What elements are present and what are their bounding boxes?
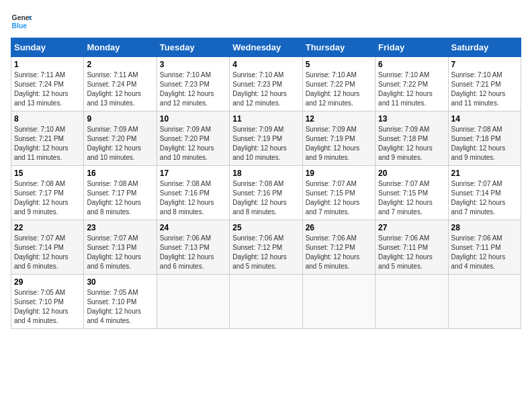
sunrise-label: Sunrise: 7:06 AM bbox=[451, 234, 502, 242]
day-info: Sunrise: 7:06 AM Sunset: 7:11 PM Dayligh… bbox=[378, 234, 445, 271]
calendar-cell: 22 Sunrise: 7:07 AM Sunset: 7:14 PM Dayl… bbox=[11, 220, 84, 275]
sunrise-label: Sunrise: 7:10 AM bbox=[451, 71, 502, 79]
daylight-label: Daylight: 12 hours and 11 minutes. bbox=[14, 144, 69, 161]
day-info: Sunrise: 7:09 AM Sunset: 7:19 PM Dayligh… bbox=[232, 125, 299, 163]
day-info: Sunrise: 7:06 AM Sunset: 7:13 PM Dayligh… bbox=[160, 234, 226, 271]
day-number: 14 bbox=[451, 114, 518, 124]
daylight-label: Daylight: 12 hours and 5 minutes. bbox=[306, 253, 360, 270]
sunrise-label: Sunrise: 7:08 AM bbox=[232, 180, 283, 187]
sunrise-label: Sunrise: 7:07 AM bbox=[451, 180, 502, 187]
day-info: Sunrise: 7:08 AM Sunset: 7:16 PM Dayligh… bbox=[232, 179, 299, 217]
day-info: Sunrise: 7:06 AM Sunset: 7:11 PM Dayligh… bbox=[451, 234, 518, 271]
sunset-label: Sunset: 7:17 PM bbox=[14, 189, 64, 197]
calendar-cell: 1 Sunrise: 7:11 AM Sunset: 7:24 PM Dayli… bbox=[11, 57, 84, 111]
calendar-cell: 7 Sunrise: 7:10 AM Sunset: 7:21 PM Dayli… bbox=[448, 57, 521, 111]
daylight-label: Daylight: 12 hours and 10 minutes. bbox=[160, 144, 214, 161]
sunrise-label: Sunrise: 7:11 AM bbox=[87, 71, 138, 79]
sunset-label: Sunset: 7:18 PM bbox=[378, 135, 428, 142]
calendar-cell: 25 Sunrise: 7:06 AM Sunset: 7:12 PM Dayl… bbox=[230, 220, 302, 275]
day-info: Sunrise: 7:06 AM Sunset: 7:12 PM Dayligh… bbox=[232, 234, 299, 271]
day-number: 23 bbox=[87, 223, 153, 232]
calendar-cell bbox=[157, 275, 229, 329]
day-info: Sunrise: 7:07 AM Sunset: 7:15 PM Dayligh… bbox=[378, 179, 445, 217]
day-info: Sunrise: 7:06 AM Sunset: 7:12 PM Dayligh… bbox=[306, 234, 372, 271]
day-info: Sunrise: 7:10 AM Sunset: 7:21 PM Dayligh… bbox=[14, 125, 81, 163]
sunset-label: Sunset: 7:19 PM bbox=[306, 135, 355, 142]
sunrise-label: Sunrise: 7:09 AM bbox=[87, 126, 138, 133]
sunrise-label: Sunrise: 7:06 AM bbox=[232, 234, 283, 242]
day-info: Sunrise: 7:09 AM Sunset: 7:19 PM Dayligh… bbox=[306, 125, 372, 163]
sunset-label: Sunset: 7:12 PM bbox=[232, 244, 282, 251]
calendar-table: SundayMondayTuesdayWednesdayThursdayFrid… bbox=[11, 38, 521, 329]
day-info: Sunrise: 7:09 AM Sunset: 7:20 PM Dayligh… bbox=[160, 125, 226, 163]
day-number: 5 bbox=[306, 60, 372, 69]
calendar-cell: 9 Sunrise: 7:09 AM Sunset: 7:20 PM Dayli… bbox=[84, 111, 157, 166]
day-number: 28 bbox=[451, 223, 518, 232]
day-number: 30 bbox=[87, 277, 153, 287]
sunset-label: Sunset: 7:19 PM bbox=[232, 135, 282, 142]
sunrise-label: Sunrise: 7:09 AM bbox=[306, 126, 357, 133]
day-info: Sunrise: 7:08 AM Sunset: 7:18 PM Dayligh… bbox=[451, 125, 518, 163]
daylight-label: Daylight: 12 hours and 13 minutes. bbox=[87, 90, 141, 107]
daylight-label: Daylight: 12 hours and 6 minutes. bbox=[160, 253, 214, 270]
day-info: Sunrise: 7:10 AM Sunset: 7:21 PM Dayligh… bbox=[451, 71, 518, 108]
calendar-cell: 16 Sunrise: 7:08 AM Sunset: 7:17 PM Dayl… bbox=[84, 166, 157, 220]
sunrise-label: Sunrise: 7:10 AM bbox=[232, 71, 283, 79]
sunrise-label: Sunrise: 7:06 AM bbox=[378, 234, 429, 242]
daylight-label: Daylight: 12 hours and 10 minutes. bbox=[87, 144, 141, 161]
day-number: 15 bbox=[14, 169, 81, 178]
day-number: 12 bbox=[306, 114, 372, 124]
sunset-label: Sunset: 7:18 PM bbox=[451, 135, 501, 142]
day-number: 21 bbox=[451, 169, 518, 178]
sunset-label: Sunset: 7:20 PM bbox=[160, 135, 210, 142]
daylight-label: Daylight: 12 hours and 8 minutes. bbox=[232, 199, 287, 216]
calendar-cell bbox=[375, 275, 448, 329]
day-number: 9 bbox=[87, 114, 153, 124]
calendar-cell: 29 Sunrise: 7:05 AM Sunset: 7:10 PM Dayl… bbox=[11, 275, 84, 329]
day-info: Sunrise: 7:05 AM Sunset: 7:10 PM Dayligh… bbox=[14, 288, 81, 326]
daylight-label: Daylight: 12 hours and 12 minutes. bbox=[232, 90, 287, 107]
day-number: 4 bbox=[232, 60, 299, 69]
calendar-cell: 6 Sunrise: 7:10 AM Sunset: 7:22 PM Dayli… bbox=[375, 57, 448, 111]
calendar-cell: 23 Sunrise: 7:07 AM Sunset: 7:13 PM Dayl… bbox=[84, 220, 157, 275]
sunrise-label: Sunrise: 7:08 AM bbox=[451, 126, 502, 133]
calendar-cell: 21 Sunrise: 7:07 AM Sunset: 7:14 PM Dayl… bbox=[448, 166, 521, 220]
calendar-cell: 3 Sunrise: 7:10 AM Sunset: 7:23 PM Dayli… bbox=[157, 57, 229, 111]
calendar-week-4: 22 Sunrise: 7:07 AM Sunset: 7:14 PM Dayl… bbox=[11, 220, 521, 275]
daylight-label: Daylight: 12 hours and 6 minutes. bbox=[87, 253, 141, 270]
day-info: Sunrise: 7:05 AM Sunset: 7:10 PM Dayligh… bbox=[87, 288, 153, 326]
weekday-header-saturday: Saturday bbox=[448, 38, 521, 57]
day-number: 24 bbox=[160, 223, 226, 232]
sunrise-label: Sunrise: 7:08 AM bbox=[160, 180, 211, 187]
calendar-week-5: 29 Sunrise: 7:05 AM Sunset: 7:10 PM Dayl… bbox=[11, 275, 521, 329]
sunset-label: Sunset: 7:23 PM bbox=[160, 81, 210, 88]
day-info: Sunrise: 7:09 AM Sunset: 7:18 PM Dayligh… bbox=[378, 125, 445, 163]
day-number: 25 bbox=[232, 223, 299, 232]
daylight-label: Daylight: 12 hours and 5 minutes. bbox=[232, 253, 287, 270]
sunrise-label: Sunrise: 7:07 AM bbox=[378, 180, 429, 187]
sunset-label: Sunset: 7:14 PM bbox=[451, 189, 501, 197]
calendar-week-3: 15 Sunrise: 7:08 AM Sunset: 7:17 PM Dayl… bbox=[11, 166, 521, 220]
sunrise-label: Sunrise: 7:10 AM bbox=[306, 71, 357, 79]
sunset-label: Sunset: 7:20 PM bbox=[87, 135, 136, 142]
calendar-cell: 28 Sunrise: 7:06 AM Sunset: 7:11 PM Dayl… bbox=[448, 220, 521, 275]
calendar-cell: 26 Sunrise: 7:06 AM Sunset: 7:12 PM Dayl… bbox=[302, 220, 375, 275]
calendar-cell: 24 Sunrise: 7:06 AM Sunset: 7:13 PM Dayl… bbox=[157, 220, 229, 275]
day-info: Sunrise: 7:10 AM Sunset: 7:22 PM Dayligh… bbox=[306, 71, 372, 108]
day-number: 2 bbox=[87, 60, 153, 69]
calendar-cell bbox=[302, 275, 375, 329]
sunset-label: Sunset: 7:23 PM bbox=[232, 81, 282, 88]
sunset-label: Sunset: 7:10 PM bbox=[87, 298, 136, 306]
weekday-header-sunday: Sunday bbox=[11, 38, 84, 57]
calendar-cell: 10 Sunrise: 7:09 AM Sunset: 7:20 PM Dayl… bbox=[157, 111, 229, 166]
daylight-label: Daylight: 12 hours and 8 minutes. bbox=[87, 199, 141, 216]
day-info: Sunrise: 7:07 AM Sunset: 7:14 PM Dayligh… bbox=[14, 234, 81, 271]
daylight-label: Daylight: 12 hours and 4 minutes. bbox=[87, 308, 141, 324]
weekday-header-tuesday: Tuesday bbox=[157, 38, 229, 57]
sunrise-label: Sunrise: 7:10 AM bbox=[378, 71, 429, 79]
day-number: 7 bbox=[451, 60, 518, 69]
sunrise-label: Sunrise: 7:07 AM bbox=[14, 234, 65, 242]
sunrise-label: Sunrise: 7:07 AM bbox=[306, 180, 357, 187]
day-number: 6 bbox=[378, 60, 445, 69]
day-info: Sunrise: 7:07 AM Sunset: 7:13 PM Dayligh… bbox=[87, 234, 153, 271]
